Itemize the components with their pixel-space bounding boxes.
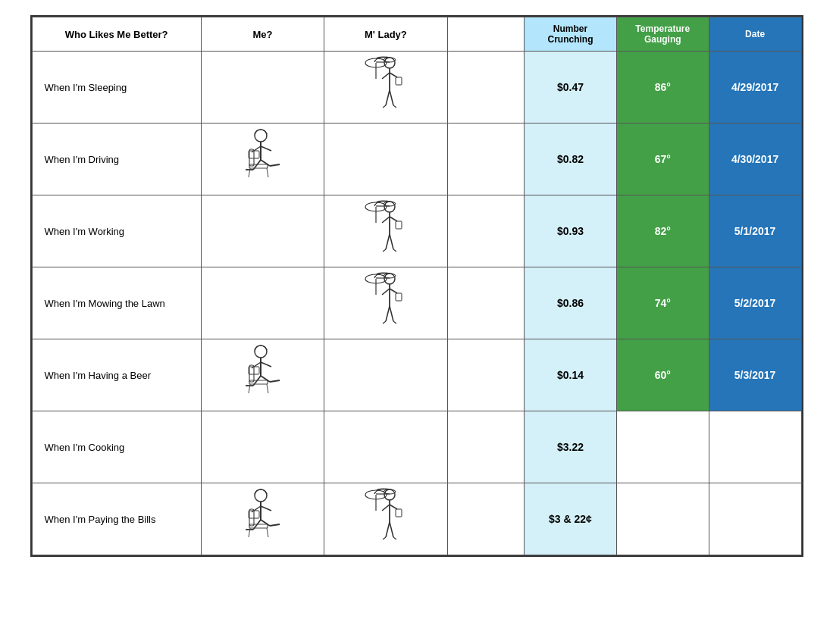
table-row: When I'm Working $0.9382°5/1/2017 (32, 195, 801, 267)
svg-line-34 (386, 234, 390, 249)
svg-line-84 (382, 505, 390, 511)
svg-line-64 (267, 384, 268, 393)
svg-line-35 (390, 234, 393, 249)
temp-cell: 86° (616, 52, 709, 123)
extra-cell (447, 267, 525, 339)
number-cell: $3 & 22¢ (525, 483, 617, 555)
number-cell: $0.86 (525, 267, 617, 339)
svg-point-39 (384, 274, 395, 284)
main-table: Who Likes Me Better? Me? M' Lady? Number… (30, 15, 803, 557)
date-cell: 5/3/2017 (709, 339, 801, 411)
temp-cell: 67° (616, 123, 709, 195)
col-header-me: Me? (201, 17, 324, 52)
svg-line-87 (390, 522, 393, 537)
col-header-lady: M' Lady? (324, 17, 447, 52)
table-row: When I'm Driving $0.8267°4/30/2017 (32, 123, 801, 195)
svg-line-85 (390, 505, 397, 509)
lady-cell (324, 123, 447, 195)
svg-line-86 (386, 522, 390, 537)
svg-line-59 (261, 376, 270, 382)
svg-line-77 (267, 528, 268, 537)
svg-line-60 (270, 380, 280, 382)
row-label: When I'm Cooking (32, 411, 201, 483)
svg-line-88 (383, 537, 386, 539)
me-cell (201, 339, 324, 411)
svg-rect-12 (396, 77, 402, 85)
col-header-temp: Temperature Gauging (616, 17, 709, 52)
temp-cell: 60° (616, 339, 709, 411)
number-cell: $3.22 (525, 411, 617, 483)
svg-line-49 (383, 321, 386, 324)
svg-line-25 (267, 168, 268, 177)
row-label: When I'm Having a Beer (32, 339, 201, 411)
table-row: When I'm Mowing the Lawn $0.8674°5/2/201… (32, 267, 801, 339)
row-label: When I'm Mowing the Lawn (32, 267, 201, 339)
table-row: When I'm Having a Beer $0.1460°5/3/2017 (32, 339, 801, 411)
lady-cell (324, 339, 447, 411)
svg-line-8 (386, 90, 390, 105)
number-cell: $0.47 (525, 52, 617, 123)
svg-line-47 (386, 306, 390, 321)
number-cell: $0.14 (525, 339, 617, 411)
svg-line-45 (382, 289, 390, 295)
temp-cell: 74° (616, 267, 709, 339)
svg-line-89 (393, 537, 396, 539)
svg-line-7 (390, 73, 397, 77)
svg-line-16 (261, 146, 271, 151)
svg-line-21 (270, 164, 280, 166)
svg-line-48 (390, 306, 393, 321)
svg-rect-38 (396, 221, 402, 229)
date-cell: 5/2/2017 (709, 267, 801, 339)
svg-line-68 (261, 506, 271, 511)
svg-line-50 (393, 321, 396, 324)
temp-cell: 82° (616, 195, 709, 267)
date-cell (709, 483, 801, 555)
temp-cell (616, 483, 709, 555)
lady-cell (324, 267, 447, 339)
extra-cell (447, 123, 525, 195)
me-cell (201, 267, 324, 339)
svg-line-46 (390, 289, 397, 293)
table-row: When I'm Paying the Bills (32, 483, 801, 555)
col-header-who: Who Likes Me Better? (32, 17, 201, 52)
col-header-empty (447, 17, 525, 52)
me-cell (201, 123, 324, 195)
svg-line-37 (393, 249, 396, 252)
temp-cell (616, 411, 709, 483)
svg-line-72 (261, 520, 270, 526)
col-header-date: Date (709, 17, 801, 52)
lady-cell (324, 195, 447, 267)
extra-cell (447, 483, 525, 555)
extra-cell (447, 339, 525, 411)
lady-cell (324, 411, 447, 483)
svg-line-36 (383, 249, 386, 252)
svg-line-55 (261, 362, 271, 367)
svg-line-10 (383, 105, 386, 108)
me-cell (201, 411, 324, 483)
svg-rect-90 (396, 509, 402, 517)
svg-line-11 (393, 105, 396, 108)
svg-point-26 (384, 202, 395, 212)
svg-point-78 (384, 489, 395, 500)
row-label: When I'm Sleeping (32, 52, 201, 123)
svg-line-9 (390, 90, 393, 105)
number-cell: $0.82 (525, 123, 617, 195)
date-cell: 4/30/2017 (709, 123, 801, 195)
svg-line-33 (390, 217, 397, 221)
me-cell (201, 195, 324, 267)
row-label: When I'm Driving (32, 123, 201, 195)
extra-cell (447, 411, 525, 483)
svg-line-73 (270, 524, 280, 526)
lady-cell (324, 52, 447, 123)
row-label: When I'm Working (32, 195, 201, 267)
me-cell (201, 52, 324, 123)
extra-cell (447, 52, 525, 123)
svg-line-20 (261, 160, 270, 166)
svg-point-0 (384, 58, 395, 68)
lady-cell (324, 483, 447, 555)
extra-cell (447, 195, 525, 267)
svg-line-6 (382, 73, 390, 79)
svg-rect-51 (396, 293, 402, 301)
col-header-number: Number Crunching (525, 17, 617, 52)
me-cell (201, 483, 324, 555)
